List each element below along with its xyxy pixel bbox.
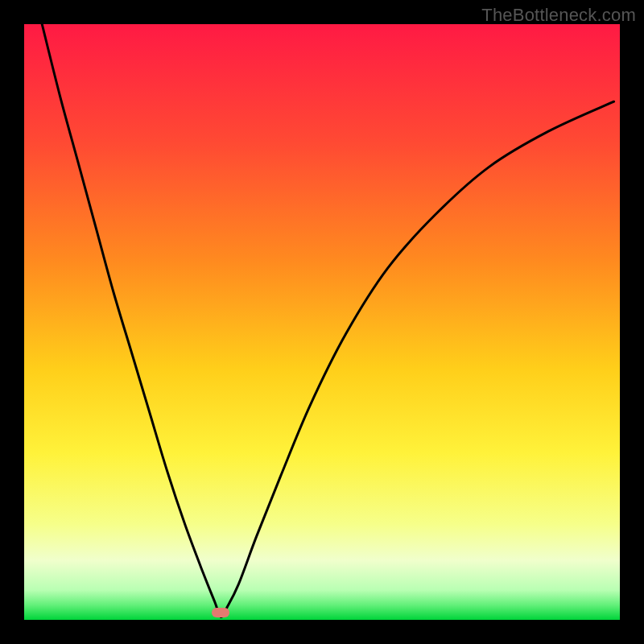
- plot-area: [24, 24, 620, 620]
- curve-svg: [24, 24, 620, 620]
- trough-marker: [212, 608, 229, 617]
- bottleneck-curve: [42, 24, 613, 617]
- watermark-text: TheBottleneck.com: [481, 5, 636, 26]
